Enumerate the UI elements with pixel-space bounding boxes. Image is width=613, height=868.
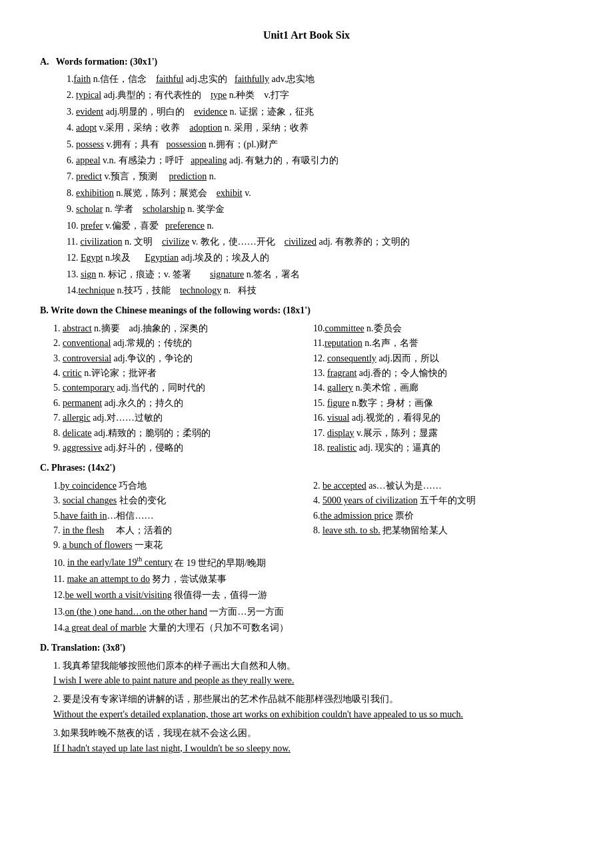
b-right-1: 10.committee n.委员会 [313,321,573,336]
section-b: B. Write down the Chinese meanings of th… [40,303,573,455]
b-left-3: 3. controversial adj.争议的，争论的 [53,351,313,366]
word-item-7: 7. predict v.预言，预测 prediction n. [67,169,573,184]
translation-2-cn: 2. 要是没有专家详细的讲解的话，那些展出的艺术作品就不能那样强烈地吸引我们。 [53,692,573,707]
c-row-2: 3. social changes 社会的变化 4. 5000 years of… [53,493,573,508]
b-left-7: 7. allergic adj.对……过敏的 [53,411,313,425]
b-left-5: 5. contemporary adj.当代的，同时代的 [53,381,313,395]
b-row-7: 7. allergic adj.对……过敏的 16. visual adj.视觉… [53,411,573,425]
word-item-13: 13. sign n. 标记，痕迹；v. 签署 signature n.签名，署… [67,267,573,282]
section-c: C. Phrases: (14x2') 1.by coincidence 巧合地… [40,461,573,635]
translation-1-cn: 1. 我真希望我能够按照他们原本的样子画出大自然和人物。 [53,659,573,673]
b-row-2: 2. conventional adj.常规的；传统的 11.reputatio… [53,336,573,351]
b-right-2: 11.reputation n.名声，名誉 [313,336,573,351]
c-phrase-4: 4. 5000 years of civilization 五千年的文明 [313,493,573,508]
section-c-header: C. Phrases: (14x2') [40,461,573,475]
b-right-9: 18. realistic adj. 现实的；逼真的 [313,441,573,455]
b-right-4: 13. fragrant adj.香的；令人愉快的 [313,366,573,381]
b-row-8: 8. delicate adj.精致的；脆弱的；柔弱的 17. display … [53,426,573,441]
translation-1-en: I wish I were able to paint nature and p… [53,673,573,688]
section-a: A. Words formation: (30x1') 1.faith n.信任… [40,55,573,299]
word-item-1: 1.faith n.信任，信念 faithful adj.忠实的 faithfu… [67,72,573,87]
b-row-4: 4. critic n.评论家；批评者 13. fragrant adj.香的；… [53,366,573,381]
b-left-9: 9. aggressive adj.好斗的，侵略的 [53,441,313,455]
b-left-4: 4. critic n.评论家；批评者 [53,366,313,381]
b-left-6: 6. permanent adj.永久的；持久的 [53,396,313,411]
section-b-header: B. Write down the Chinese meanings of th… [40,303,573,318]
c-row-1: 1.by coincidence 巧合地 2. be accepted as…被… [53,479,573,493]
c-phrase-3: 3. social changes 社会的变化 [53,493,313,508]
translation-3-en: If I hadn't stayed up late last night, I… [53,741,573,756]
word-item-5: 5. possess v.拥有；具有 possession n.拥有；(pl.)… [67,137,573,152]
word-item-12: 12. Egypt n.埃及 Egyptian adj.埃及的；埃及人的 [67,251,573,265]
b-right-3: 12. consequently adj.因而，所以 [313,351,573,366]
word-item-2: 2. typical adj.典型的；有代表性的 type n.种类 v.打字 [67,88,573,103]
c-phrase-7: 7. in the flesh 本人；活着的 [53,523,313,538]
section-a-header: A. Words formation: (30x1') [40,55,573,69]
translation-1: 1. 我真希望我能够按照他们原本的样子画出大自然和人物。 I wish I we… [53,659,573,689]
translation-3-cn: 3.如果我昨晚不熬夜的话，我现在就不会这么困。 [53,726,573,741]
b-row-9: 9. aggressive adj.好斗的，侵略的 18. realistic … [53,441,573,455]
c-phrase-9: 9. a bunch of flowers 一束花 [53,538,573,553]
word-item-11: 11. civilization n. 文明 civilize v. 教化，使…… [67,235,573,249]
c-phrase-1: 1.by coincidence 巧合地 [53,479,313,493]
b-right-5: 14. gallery n.美术馆，画廊 [313,381,573,395]
c-phrase-11: 11. make an attempt to do 努力，尝试做某事 [53,572,573,587]
b-left-1: 1. abstract n.摘要 adj.抽象的，深奥的 [53,321,313,336]
word-item-8: 8. exhibition n.展览，陈列；展览会 exhibit v. [67,186,573,201]
word-item-3: 3. evident adj.明显的，明白的 evidence n. 证据；迹象… [67,105,573,119]
b-right-6: 15. figure n.数字；身材；画像 [313,396,573,411]
b-row-5: 5. contemporary adj.当代的，同时代的 14. gallery… [53,381,573,395]
b-row-6: 6. permanent adj.永久的；持久的 15. figure n.数字… [53,396,573,411]
b-right-8: 17. display v.展示，陈列；显露 [313,426,573,441]
c-phrase-14: 14.a great deal of marble 大量的大理石（只加不可数名词… [53,621,573,635]
translation-2-en: Without the expert's detailed explanatio… [53,707,573,722]
translation-2: 2. 要是没有专家详细的讲解的话，那些展出的艺术作品就不能那样强烈地吸引我们。 … [53,692,573,722]
c-row-4: 7. in the flesh 本人；活着的 8. leave sth. to … [53,523,573,538]
b-left-8: 8. delicate adj.精致的；脆弱的；柔弱的 [53,426,313,441]
c-phrase-6: 6.the admission price 票价 [313,509,573,523]
b-left-2: 2. conventional adj.常规的；传统的 [53,336,313,351]
page-title: Unit1 Art Book Six [40,27,573,44]
word-item-10: 10. prefer v.偏爱，喜爱 preference n. [67,219,573,233]
b-right-7: 16. visual adj.视觉的，看得见的 [313,411,573,425]
c-phrase-10: 10. in the early/late 19th century 在 19 … [53,555,573,571]
b-row-1: 1. abstract n.摘要 adj.抽象的，深奥的 10.committe… [53,321,573,336]
b-row-3: 3. controversial adj.争议的，争论的 12. consequ… [53,351,573,366]
word-item-4: 4. adopt v.采用，采纳；收养 adoption n. 采用，采纳；收养 [67,121,573,135]
c-phrase-8: 8. leave sth. to sb. 把某物留给某人 [313,523,573,538]
section-d-header: D. Translation: (3x8') [40,641,573,655]
word-item-14: 14.technique n.技巧，技能 technology n. 科技 [67,283,573,298]
translation-3: 3.如果我昨晚不熬夜的话，我现在就不会这么困。 If I hadn't stay… [53,726,573,756]
c-row-3: 5.have faith in…相信…… 6.the admission pri… [53,509,573,523]
section-d: D. Translation: (3x8') 1. 我真希望我能够按照他们原本的… [40,641,573,756]
word-item-9: 9. scholar n. 学者 scholarship n. 奖学金 [67,202,573,217]
c-phrase-12: 12.be well worth a visit/visiting 很值得一去，… [53,588,573,603]
c-phrase-5: 5.have faith in…相信…… [53,509,313,523]
c-phrase-13: 13.on (the ) one hand…on the other hand … [53,605,573,619]
c-phrase-2: 2. be accepted as…被认为是…… [313,479,573,493]
word-item-6: 6. appeal v.n. 有感染力；呼吁 appealing adj. 有魅… [67,153,573,168]
